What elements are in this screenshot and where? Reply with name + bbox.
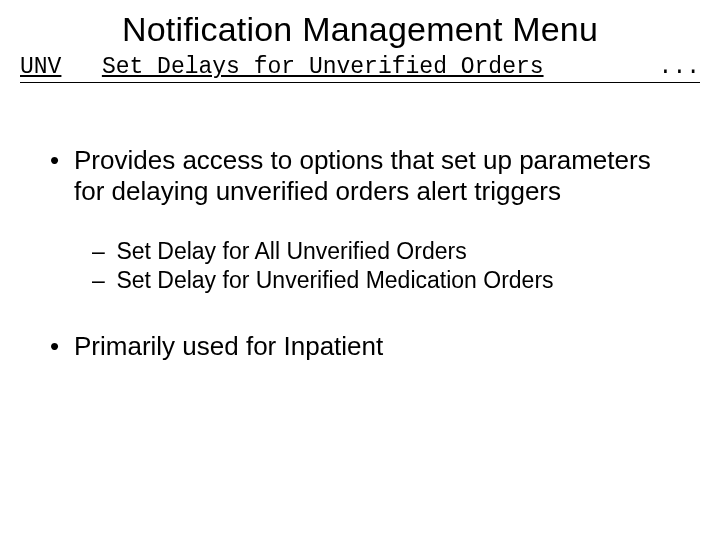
menu-label: Set Delays for Unverified Orders [102,54,544,80]
spacer [50,297,670,331]
bullet-item: • Provides access to options that set up… [50,145,670,206]
sub-bullet-text: Set Delay for Unverified Medication Orde… [116,267,553,293]
sub-bullet-text: Set Delay for All Unverified Orders [116,238,466,264]
sub-bullet-item: – Set Delay for All Unverified Orders [92,238,670,265]
slide-title: Notification Management Menu [0,10,720,49]
bullet-text: Primarily used for Inpatient [74,331,383,362]
dash-icon: – [92,267,110,294]
menu-ellipsis: ... [659,54,700,80]
menu-option-row: UNV Set Delays for Unverified Orders ... [20,54,700,83]
bullet-dot-icon: • [50,145,74,206]
slide: Notification Management Menu UNV Set Del… [0,0,720,540]
bullet-text: Provides access to options that set up p… [74,145,670,206]
menu-code: UNV [20,54,61,80]
bullet-item: • Primarily used for Inpatient [50,331,670,362]
sub-bullet-item: – Set Delay for Unverified Medication Or… [92,267,670,294]
bullet-dot-icon: • [50,331,74,362]
dash-icon: – [92,238,110,265]
slide-body: • Provides access to options that set up… [50,145,670,393]
